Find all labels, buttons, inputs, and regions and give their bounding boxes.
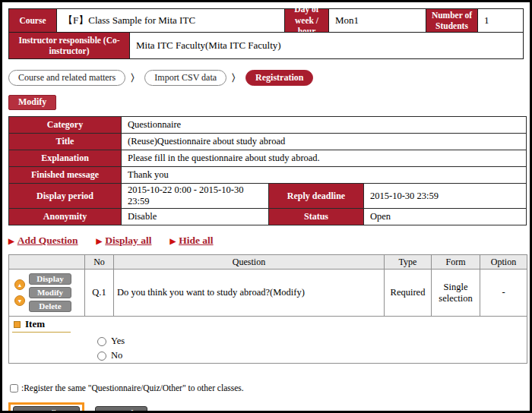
- reply-deadline-label: Reply deadline: [269, 184, 364, 209]
- finished-message-label: Finished message: [9, 167, 122, 184]
- explanation-label: Explanation: [9, 150, 122, 167]
- day-of-week-label: Day of week / hour: [285, 8, 329, 33]
- option-no-label: No: [111, 350, 122, 361]
- question-actions: ▶Add Question ▶Display all ▶Hide all: [8, 235, 524, 247]
- breadcrumb-separator-icon: 〉: [231, 71, 241, 85]
- register-other-classes-checkbox[interactable]: [10, 384, 18, 393]
- breadcrumb: Course and related matters 〉 Import CSV …: [8, 70, 524, 86]
- triangle-icon: ▶: [97, 237, 103, 245]
- reply-deadline-value: 2015-10-30 23:59: [364, 184, 527, 209]
- question-row: ▲ ▼ Display Modify Delete Q.1 Do you thi…: [9, 270, 527, 317]
- question-option: -: [480, 270, 527, 317]
- course-value: 【F】Class Sample for Mita ITC: [57, 8, 285, 33]
- qtable-header-no: No: [85, 255, 114, 270]
- question-cell: Do you think you want to study abroad?(M…: [114, 270, 385, 317]
- day-of-week-value: Mon1: [329, 8, 426, 33]
- display-button[interactable]: Display: [29, 273, 71, 285]
- anonymity-value: Disable: [122, 209, 269, 225]
- title-value: (Reuse)Questionnaire about study abroad: [122, 134, 527, 150]
- delete-button[interactable]: Delete: [29, 301, 71, 312]
- item-option-yes: Yes: [97, 336, 524, 347]
- item-header: Item: [12, 318, 71, 333]
- number-of-students-label: Number of Students: [426, 8, 478, 33]
- question-form: Single selection: [432, 270, 480, 317]
- breadcrumb-course-matters[interactable]: Course and related matters: [8, 70, 125, 86]
- course-label: Course: [8, 8, 57, 33]
- move-up-button[interactable]: ▲: [14, 279, 25, 290]
- option-yes-label: Yes: [111, 336, 125, 347]
- question-no: Q.1: [85, 270, 114, 317]
- category-value: Questionnaire: [122, 117, 527, 134]
- item-label: Item: [25, 318, 45, 330]
- question-table: No Question Type Form Option ▲ ▼ Display…: [8, 254, 527, 364]
- qtable-header-controls: [9, 255, 85, 270]
- back-button[interactable]: ▶Back: [95, 406, 147, 413]
- course-header-table: Course 【F】Class Sample for Mita ITC Day …: [8, 8, 524, 59]
- register-note: :Register the same "Questionnaire/Quiz/O…: [8, 383, 524, 393]
- triangle-icon: ▶: [8, 237, 14, 245]
- display-all-link[interactable]: ▶Display all: [97, 235, 152, 247]
- explanation-value: Please fill in the questionnaire about s…: [122, 150, 527, 167]
- number-of-students-value: 1: [478, 8, 524, 33]
- add-question-link[interactable]: ▶Add Question: [8, 235, 78, 247]
- item-row: Item Yes No: [9, 317, 527, 364]
- finished-message-value: Thank you: [122, 167, 527, 184]
- qtable-header-option: Option: [480, 255, 527, 270]
- anonymity-label: Anonymity: [9, 209, 122, 225]
- page: Course 【F】Class Sample for Mita ITC Day …: [0, 0, 532, 413]
- modify-question-button[interactable]: Modify: [29, 287, 71, 298]
- question-text: Do you think you want to study abroad?: [117, 287, 270, 298]
- qtable-header-question: Question: [114, 255, 385, 270]
- status-label: Status: [269, 209, 364, 225]
- breadcrumb-import-csv[interactable]: Import CSV data: [144, 70, 226, 86]
- register-note-text: :Register the same "Questionnaire/Quiz/O…: [21, 383, 244, 393]
- item-icon: [14, 321, 21, 328]
- category-label: Category: [9, 117, 122, 134]
- questionnaire-details-table: Category Questionnaire Title (Reuse)Ques…: [8, 116, 527, 225]
- confirm-button[interactable]: ▶Confirm: [13, 406, 80, 413]
- display-period-label: Display period: [9, 184, 122, 209]
- qtable-header-form: Form: [432, 255, 480, 270]
- confirm-highlight-box: ▶Confirm: [8, 402, 84, 413]
- up-arrow-icon: ▲: [17, 282, 23, 288]
- down-arrow-icon: ▼: [17, 298, 23, 304]
- breadcrumb-registration: Registration: [245, 70, 313, 86]
- option-yes-radio[interactable]: [97, 337, 106, 346]
- display-period-value: 2015-10-22 0:00 - 2015-10-30 23:59: [122, 184, 269, 209]
- triangle-icon: ▶: [169, 237, 176, 245]
- hide-all-link[interactable]: ▶Hide all: [169, 235, 213, 247]
- question-row-controls: ▲ ▼ Display Modify Delete: [9, 270, 85, 317]
- instructor-label: Instructor responsible (Co-instructor): [8, 32, 130, 59]
- option-no-radio[interactable]: [97, 352, 106, 361]
- status-value: Open: [364, 209, 527, 225]
- qtable-header-type: Type: [385, 255, 432, 270]
- item-option-no: No: [97, 350, 524, 361]
- modify-button[interactable]: Modify: [8, 95, 56, 110]
- question-type: Required: [385, 270, 432, 317]
- move-down-button[interactable]: ▼: [14, 295, 25, 306]
- breadcrumb-separator-icon: 〉: [130, 71, 140, 85]
- question-table-header-row: No Question Type Form Option: [9, 255, 527, 270]
- title-label: Title: [9, 134, 122, 150]
- bottom-buttons: ▶Confirm ▶Back: [8, 402, 524, 413]
- question-modify-link[interactable]: (Modify): [270, 287, 305, 298]
- instructor-value: Mita ITC Faculty(Mita ITC Faculty): [130, 32, 524, 59]
